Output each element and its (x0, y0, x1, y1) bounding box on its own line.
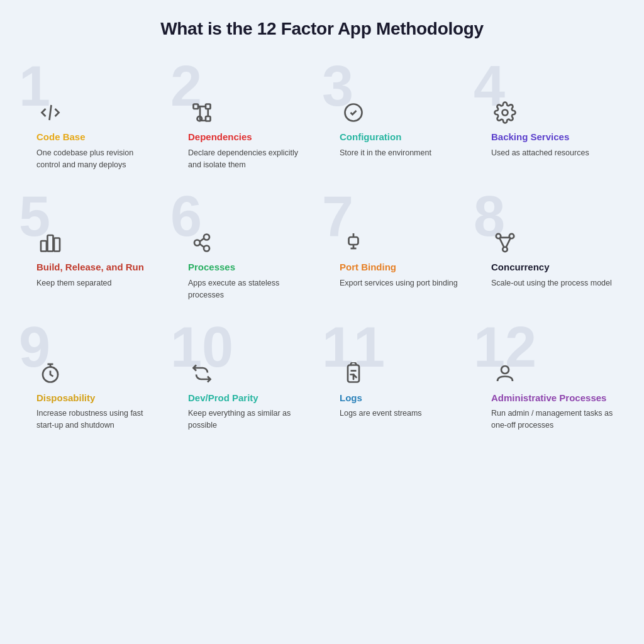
card-2: 2DependenciesDeclare dependencies explic… (177, 58, 316, 177)
icon-processes (188, 229, 216, 257)
svg-rect-3 (206, 116, 211, 121)
card-title-4: Backing Services (491, 131, 614, 143)
card-10: 10Dev/Prod ParityKeep everything as simi… (177, 319, 316, 438)
icon-dependencies (188, 99, 216, 126)
card-12: 12Administrative ProcessesRun admin / ma… (480, 319, 619, 438)
icon-code (36, 99, 64, 126)
icon-admin (491, 360, 519, 387)
svg-point-13 (194, 240, 200, 246)
svg-rect-10 (48, 235, 53, 252)
card-desc-4: Used as attached resources (491, 147, 614, 159)
card-5: 5Build, Release, and RunKeep them separa… (25, 188, 164, 307)
icon-gear (491, 99, 519, 126)
svg-rect-12 (54, 238, 60, 252)
page-title: What is the 12 Factor App Methodology (25, 19, 619, 39)
card-title-11: Logs (340, 392, 462, 404)
card-title-9: Disposability (36, 392, 159, 404)
icon-code-compare (188, 360, 216, 387)
icon-timer (36, 360, 64, 387)
card-title-2: Dependencies (188, 131, 311, 143)
card-4: 4Backing ServicesUsed as attached resour… (480, 58, 619, 177)
svg-line-27 (506, 238, 511, 248)
card-desc-11: Logs are event streams (340, 408, 462, 419)
svg-line-17 (200, 245, 204, 248)
card-desc-12: Run admin / management tasks as one-off … (491, 408, 614, 431)
row-2: 5Build, Release, and RunKeep them separa… (25, 188, 619, 307)
card-title-7: Port Binding (340, 262, 462, 274)
card-desc-8: Scale-out using the process model (491, 277, 614, 289)
card-desc-3: Store it in the environment (340, 147, 462, 159)
svg-rect-19 (349, 237, 358, 245)
svg-point-33 (501, 366, 509, 374)
svg-line-26 (499, 238, 504, 248)
svg-rect-1 (194, 104, 199, 109)
page: What is the 12 Factor App Methodology 1C… (0, 0, 644, 644)
card-desc-2: Declare dependencies explicitly and isol… (188, 147, 311, 171)
card-7: 7Port BindingExport services using port … (328, 188, 467, 307)
card-title-10: Dev/Prod Parity (188, 392, 311, 404)
card-title-3: Configuration (340, 131, 462, 143)
card-title-12: Administrative Processes (491, 392, 614, 404)
card-desc-9: Increase robustness using fast start-up … (36, 408, 159, 431)
svg-rect-2 (206, 104, 211, 109)
svg-point-15 (204, 246, 209, 252)
card-1: 1Code BaseOne codebase plus revision con… (25, 58, 164, 177)
card-desc-1: One codebase plus revision control and m… (36, 147, 159, 171)
svg-line-0 (50, 105, 52, 120)
card-11: 11LogsLogs are event streams (328, 319, 467, 438)
card-title-8: Concurrency (491, 262, 614, 274)
svg-rect-11 (41, 241, 47, 252)
icon-concurrency (491, 229, 519, 257)
icon-podium (36, 229, 64, 257)
card-3: 3ConfigurationStore it in the environmen… (328, 58, 467, 177)
svg-point-14 (204, 235, 209, 240)
row-3: 9DisposabilityIncrease robustness using … (25, 319, 619, 438)
card-title-1: Code Base (36, 131, 159, 143)
card-desc-10: Keep everything as similar as possible (188, 408, 311, 431)
icon-clipboard (340, 360, 367, 387)
card-8: 8ConcurrencyScale-out using the process … (480, 188, 619, 307)
card-9: 9DisposabilityIncrease robustness using … (25, 319, 164, 438)
card-desc-5: Keep them separated (36, 277, 159, 289)
row-1: 1Code BaseOne codebase plus revision con… (25, 58, 619, 177)
card-title-5: Build, Release, and Run (36, 262, 159, 274)
icon-check-circle (340, 99, 367, 126)
card-title-6: Processes (188, 262, 311, 274)
card-6: 6ProcessesApps execute as stateless proc… (177, 188, 316, 307)
icon-plug (340, 229, 367, 257)
card-desc-6: Apps execute as stateless processes (188, 277, 311, 301)
svg-point-9 (502, 110, 508, 116)
svg-line-16 (200, 239, 204, 242)
card-desc-7: Export services using port binding (340, 277, 462, 289)
